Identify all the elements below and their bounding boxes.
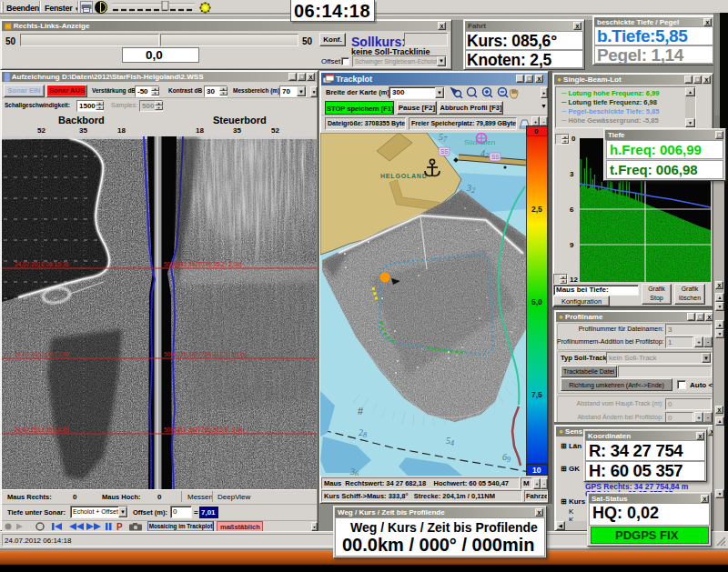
svg-text:SS: SS: [440, 148, 449, 155]
svg-text:24.07.2012 06:13:28: 24.07.2012 06:13:28: [15, 426, 69, 433]
svg-text:5005311 3427760 312,8° 3,1k: 5005311 3427760 312,8° 3,1kt: [164, 426, 245, 433]
svg-text:HELGOLAND: HELGOLAND: [380, 173, 428, 179]
svg-text:SS: SS: [491, 154, 500, 160]
svg-text:24.07.2012 06:13:45: 24.07.2012 06:13:45: [15, 351, 69, 357]
svg-text:5005341 3427746 15,2° 2,0kt: 5005341 3427746 15,2° 2,0kt: [164, 261, 242, 267]
svg-text:Südhafen: Südhafen: [464, 138, 495, 146]
svg-text:5005325 3427754 311,3° 3,1k: 5005325 3427754 311,3° 3,1kt: [164, 351, 245, 357]
svg-text:24.07.2012 06:15:36: 24.07.2012 06:15:36: [15, 261, 69, 267]
svg-text:#: #: [358, 406, 364, 416]
